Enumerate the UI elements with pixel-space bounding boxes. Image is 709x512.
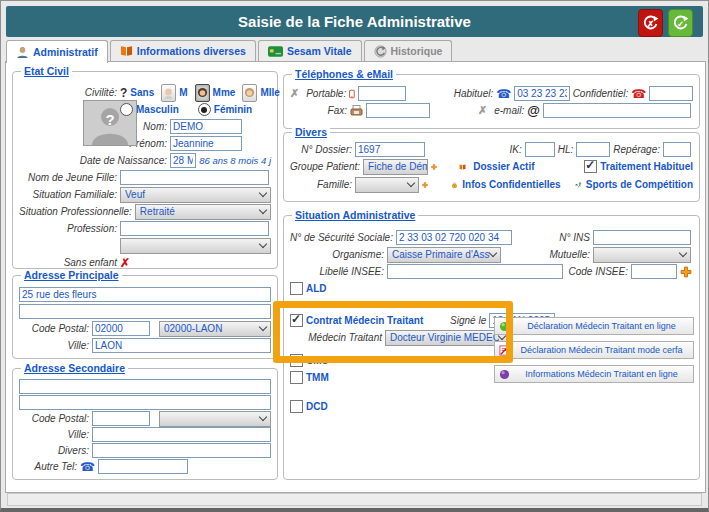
portable-input[interactable] [358, 86, 406, 101]
profession-input[interactable] [120, 221, 269, 236]
sexe-masculin-radio[interactable] [120, 103, 133, 116]
medecin-traitant-select[interactable]: Docteur Virginie MEDECIN RP... [385, 330, 510, 346]
autre-tel-input[interactable] [98, 459, 188, 474]
num-dossier-input[interactable] [355, 142, 425, 157]
habituel-input[interactable] [514, 86, 569, 101]
open-book-icon [459, 161, 466, 173]
adresse-principale-section: Adresse Principale Code Postal: 02000-LA… [12, 275, 278, 359]
groupe-patient-select[interactable]: Fiche de Démonstration [363, 159, 428, 175]
situation-familiale-value: Veuf [125, 189, 145, 200]
ville-input[interactable] [92, 338, 271, 353]
tab-bar: Administratif Informations diverses Sesa… [6, 40, 454, 62]
divers-adresse-input[interactable] [92, 443, 271, 458]
civilite-mlle-label: Mlle [260, 87, 279, 98]
adresse2-input[interactable] [19, 304, 271, 319]
medecin-traitant-actions: Déclaration Médecin Traitant en ligne Dé… [494, 317, 694, 389]
cancel-button[interactable]: ✗ [638, 9, 663, 37]
ald-checkbox[interactable] [290, 282, 303, 295]
confidentiel-input[interactable] [649, 86, 693, 101]
autre-tel-label: Autre Tel: [19, 461, 77, 472]
tab-historique[interactable]: Historique [364, 40, 453, 61]
profession-secondary-select[interactable] [120, 238, 271, 254]
section-title: Adresse Principale [21, 269, 122, 281]
situation-professionnelle-label: Situation Professionnelle: [19, 206, 132, 217]
clear-portable-icon[interactable]: ✗ [290, 87, 299, 100]
code-insee-label: Code INSEE: [566, 266, 628, 277]
declaration-mt-en-ligne-button[interactable]: Déclaration Médecin Traitant en ligne [494, 317, 694, 335]
groupe-patient-value: Fiche de Démonstration [368, 161, 428, 172]
section-title: Adresse Secondaire [21, 362, 128, 374]
section-title: Divers [292, 126, 330, 138]
date-naissance-input[interactable] [170, 153, 196, 168]
history-icon [374, 45, 387, 58]
dossier-actif-link[interactable]: Dossier Actif [469, 161, 581, 172]
sexe-feminin-label: Féminin [214, 104, 252, 115]
email-label: e-mail: [490, 105, 524, 116]
adresse1-input[interactable] [19, 287, 271, 302]
dcd-checkbox[interactable] [290, 400, 303, 413]
chevron-down-icon [259, 206, 267, 214]
add-groupe-icon[interactable] [431, 161, 437, 173]
tab-informations-diverses[interactable]: Informations diverses [110, 40, 256, 61]
civilite-label: Civilité: [19, 87, 117, 98]
ik-input[interactable] [525, 142, 555, 157]
civilite-mlle-button[interactable] [242, 84, 257, 102]
adresse-sec2-input[interactable] [19, 395, 271, 410]
add-famille-icon[interactable] [422, 179, 428, 191]
fax-icon [350, 105, 363, 116]
form-content: Etat Civil ? Civilité: ? Sans M [5, 61, 706, 493]
mutuelle-select[interactable] [593, 247, 691, 263]
tab-administratif[interactable]: Administratif [6, 40, 108, 63]
civilite-sans-option[interactable]: Sans [130, 87, 154, 98]
civilite-mme-button[interactable] [195, 84, 210, 102]
code-postal-label: Code Postal: [19, 323, 89, 334]
code-postal-input[interactable] [92, 321, 150, 336]
nss-input[interactable] [396, 230, 512, 245]
contrat-medecin-traitant-checkbox[interactable] [290, 314, 303, 327]
informations-mt-en-ligne-button[interactable]: Informations Médecin Traitant en ligne [494, 365, 694, 383]
nom-input[interactable] [170, 119, 242, 134]
code-postal-sec-input[interactable] [92, 411, 150, 426]
civilite-m-button[interactable] [161, 84, 176, 102]
code-postal-sec-select[interactable] [159, 411, 271, 427]
cerfa-document-icon [499, 345, 510, 356]
organisme-select[interactable]: Caisse Primaire d'Assur [387, 247, 501, 263]
ville-sec-input[interactable] [92, 427, 271, 442]
ins-input[interactable] [593, 230, 691, 245]
tab-sesam-vitale[interactable]: Sesam Vitale [258, 40, 362, 61]
code-postal-select[interactable]: 02000-LAON [159, 321, 271, 337]
clear-email-icon[interactable]: ✗ [478, 104, 487, 117]
status-bar [7, 493, 702, 506]
nom-jeune-fille-input[interactable] [120, 170, 269, 185]
question-icon[interactable]: ? [120, 86, 127, 100]
libelle-insee-input[interactable] [387, 264, 563, 279]
prenom-input[interactable] [170, 136, 242, 151]
chevron-down-icon [259, 189, 267, 197]
situation-familiale-select[interactable]: Veuf [120, 187, 271, 203]
situation-professionnelle-select[interactable]: Retraité [135, 204, 271, 220]
nss-label: N° de Sécurité Sociale: [290, 232, 393, 243]
reperage-input[interactable] [663, 142, 691, 157]
mobile-phone-icon [349, 88, 355, 100]
page-title: Saisie de la Fiche Administrative [238, 13, 471, 30]
profession-label: Profession: [19, 223, 117, 234]
infos-confidentielles-link[interactable]: Infos Confidentielles [460, 179, 572, 190]
sexe-feminin-radio[interactable] [198, 103, 211, 116]
mutuelle-label: Mutuelle: [549, 249, 590, 260]
code-insee-input[interactable] [631, 264, 677, 279]
title-bar: Saisie de la Fiche Administrative ✗ ✓ [6, 6, 703, 37]
sports-competition-link[interactable]: Sports de Compétition [586, 179, 693, 190]
adresse-secondaire-section: Adresse Secondaire Code Postal: Ville: D… [12, 368, 278, 480]
confirm-button[interactable]: ✓ [668, 9, 693, 37]
tmm-checkbox[interactable] [290, 371, 303, 384]
declaration-mt-cerfa-button[interactable]: Déclaration Médecin Traitant mode cerfa [494, 341, 694, 359]
sans-enfant-cross-icon[interactable]: ✗ [120, 258, 130, 268]
cmu-checkbox[interactable] [290, 354, 303, 367]
email-input[interactable] [543, 103, 691, 118]
adresse-sec1-input[interactable] [19, 379, 271, 394]
hl-input[interactable] [576, 142, 610, 157]
famille-select[interactable] [355, 177, 419, 193]
traitement-habituel-checkbox[interactable] [584, 160, 597, 173]
fax-input[interactable] [366, 103, 430, 118]
add-code-insee-icon[interactable] [680, 266, 692, 278]
